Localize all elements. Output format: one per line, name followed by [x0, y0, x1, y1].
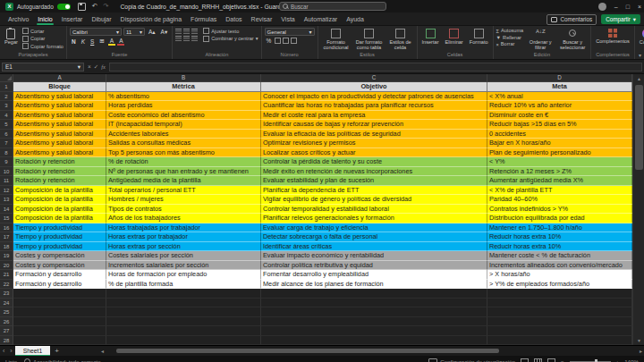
cell-d[interactable]: Mantener coste < % de facturación [487, 251, 632, 261]
align-right-icon[interactable] [191, 36, 198, 41]
format-as-table-button[interactable]: Dar formato como tabla [354, 28, 385, 52]
cell-b[interactable]: % absentismo [106, 92, 261, 102]
cell-c[interactable]: Optimizar revisiones y permisos [261, 139, 487, 148]
cell-c[interactable]: Medir éxito en retención de nuevas incor… [261, 167, 487, 177]
grow-font-button[interactable]: A▴ [147, 29, 157, 36]
cell-d[interactable]: Reducir bajas >15 días en 5% [487, 120, 632, 130]
row-number[interactable]: 28 [0, 336, 13, 346]
row-number[interactable]: 23 [0, 289, 13, 299]
horizontal-scroll-thumb[interactable] [116, 349, 499, 353]
cell-c[interactable]: Evaluar la eficacia de las políticas de … [261, 130, 487, 139]
cell-a[interactable]: Absentismo y salud laboral [13, 120, 106, 130]
copy-button[interactable]: Copiar [22, 36, 64, 42]
cell-a[interactable]: Bloque [13, 82, 106, 92]
row-number[interactable]: 13 [0, 195, 13, 205]
zoom-slider-knob[interactable] [595, 359, 597, 362]
cell-b[interactable]: Incrementos salariales por sección [106, 261, 261, 271]
cell-a[interactable] [13, 307, 106, 317]
cell-b[interactable]: Coste económico del absentismo [106, 111, 261, 121]
search-input[interactable]: Buscar [279, 2, 386, 11]
row-number[interactable]: 10 [0, 167, 13, 177]
cell-c[interactable]: Controlar política retributiva y equidad [261, 261, 487, 271]
row-number[interactable]: 20 [0, 261, 13, 271]
cell-b[interactable]: % de rotación [106, 157, 261, 167]
zoom-out-button[interactable]: − [561, 358, 564, 362]
select-all-corner[interactable] [0, 74, 13, 82]
document-title[interactable]: Copia de Cuadro_de_mando_RRHH_objetivos.… [120, 4, 291, 10]
row-number[interactable]: 3 [0, 101, 13, 111]
excel-app-icon[interactable]: X [5, 3, 13, 11]
row-number[interactable]: 4 [0, 111, 13, 121]
menu-tab-revisar[interactable]: Revisar [247, 13, 277, 25]
row-number[interactable]: 25 [0, 307, 13, 317]
cell-c[interactable]: Controlar la pérdida de talento y su cos… [261, 157, 487, 167]
cell-a[interactable] [13, 326, 106, 336]
cell-b[interactable]: Salidas a consultas médicas [106, 139, 261, 148]
cell-d[interactable]: Mantener en 1.750–1.800 h/año [487, 223, 632, 233]
cell-b[interactable] [106, 336, 261, 346]
cell-a[interactable] [13, 299, 106, 308]
cell-c[interactable]: Identificar áreas críticas [261, 242, 487, 252]
cell-b[interactable] [106, 307, 261, 317]
cell-b[interactable]: Costes salariales por sección [106, 251, 261, 261]
row-number[interactable]: 16 [0, 223, 13, 233]
delete-cells-button[interactable]: Eliminar [444, 28, 465, 52]
display-settings-button[interactable]: Configuración de visualización [428, 358, 515, 362]
cell-d[interactable]: > X horas/año [487, 270, 632, 280]
cell-c[interactable]: Vigilar equilibrio de género y políticas… [261, 195, 487, 205]
cell-b[interactable]: Hombres / mujeres [106, 195, 261, 205]
page-break-view-icon[interactable] [547, 358, 555, 362]
cell-b[interactable] [106, 326, 261, 336]
scroll-up-icon[interactable]: ▲ [633, 75, 644, 82]
cell-a[interactable]: Absentismo y salud laboral [13, 139, 106, 148]
share-button[interactable]: Compartir ▾ [601, 14, 640, 24]
cell-b[interactable]: Horas de formación por empleado [106, 270, 261, 280]
menu-tab-disposición-de-página[interactable]: Disposición de página [116, 13, 187, 25]
insert-cells-button[interactable]: Insertar [420, 28, 441, 52]
vertical-scroll-thumb[interactable] [635, 85, 643, 170]
cell-c[interactable]: Detectar sobrecarga o falta de personal [261, 232, 487, 242]
cell-c[interactable]: Planificar relevos generacionales y form… [261, 214, 487, 223]
cell-b[interactable]: Métrica [106, 82, 261, 92]
cell-d[interactable]: < Y% [487, 157, 632, 167]
cell-d[interactable] [487, 289, 632, 299]
menu-tab-datos[interactable]: Datos [221, 13, 246, 25]
column-header-B[interactable]: B [106, 74, 261, 82]
row-number[interactable]: 21 [0, 270, 13, 280]
cell-c[interactable]: Localizar casos críticos y actuar [261, 148, 487, 158]
scroll-right-icon[interactable]: ▸ [640, 348, 642, 354]
cell-c[interactable]: Medir alcance de los planes de formación [261, 280, 487, 290]
cell-b[interactable]: Top 5 personas con más absentismo [106, 148, 261, 158]
align-bottom-icon[interactable] [191, 29, 198, 34]
accessibility-status[interactable]: Accesibilidad: todo correcto [24, 358, 101, 362]
comments-button[interactable]: Comentarios [547, 14, 597, 25]
italic-button[interactable]: K [80, 38, 87, 45]
menu-tab-ayuda[interactable]: Ayuda [342, 13, 369, 25]
row-number[interactable]: 7 [0, 139, 13, 148]
find-select-button[interactable]: Buscar y seleccionar [557, 28, 588, 52]
cell-d[interactable]: Disminuir coste en € [487, 111, 632, 121]
shrink-font-button[interactable]: A▾ [159, 29, 170, 36]
horizontal-scrollbar[interactable]: ◂ ▸ [99, 346, 644, 356]
fill-button[interactable]: ▼Rellenar [496, 35, 524, 40]
cell-a[interactable]: Absentismo y salud laboral [13, 92, 106, 102]
cell-a[interactable]: Rotación y retención [13, 167, 106, 177]
borders-button[interactable]: ⊞ [97, 38, 106, 45]
cell-b[interactable]: % de plantilla formada [106, 280, 261, 290]
close-button[interactable]: × [638, 4, 641, 10]
cell-d[interactable] [487, 317, 632, 327]
cell-c[interactable] [261, 307, 487, 317]
align-left-icon[interactable] [175, 36, 182, 41]
cell-c[interactable]: Planificar la dependencia de ETT [261, 186, 487, 196]
increase-decimal-icon[interactable] [283, 38, 289, 44]
menu-tab-insertar[interactable]: Insertar [57, 13, 88, 25]
cell-a[interactable]: Tiempo y productividad [13, 232, 106, 242]
new-sheet-button[interactable]: + [50, 346, 64, 356]
row-number[interactable]: 27 [0, 326, 13, 336]
cell-b[interactable]: Horas trabajadas por trabajador [106, 223, 261, 233]
cell-b[interactable]: Antigüedad media de la plantilla [106, 176, 261, 186]
cell-b[interactable]: Horas extras por sección [106, 242, 261, 252]
confirm-entry-icon[interactable]: ✓ [94, 63, 98, 71]
cell-a[interactable]: Absentismo y salud laboral [13, 101, 106, 111]
number-format-select[interactable]: General▾ [265, 28, 315, 36]
